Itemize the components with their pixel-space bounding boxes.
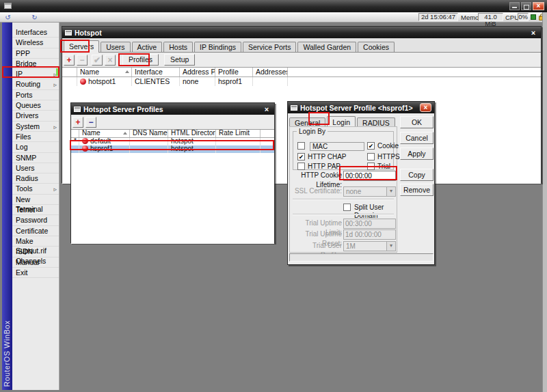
redo-icon[interactable]: ↻ [29,13,40,21]
chevron-down-icon: ▾ [386,242,395,251]
submenu-arrow-icon: ▹ [53,122,57,132]
setup-button[interactable]: Setup [164,54,195,66]
sort-asc-icon [123,132,127,135]
tab-servers[interactable]: Servers [64,40,99,53]
sidebar-item-certificate[interactable]: Certificate [12,226,59,236]
close-icon[interactable]: × [262,105,271,113]
checkbox-split-user-domain[interactable] [343,204,351,211]
app-icon [4,3,12,9]
sidebar-item-ip[interactable]: IP▹ [12,69,59,79]
sidebar-item-log[interactable]: Log [12,142,59,152]
sidebar-item-ppp[interactable]: PPP [12,48,59,59]
brand-strip: RouterOS WinBox [2,23,12,390]
cpu-value: 0% [518,13,529,21]
separator [293,214,394,215]
profile-row-default[interactable]: * default hotspot [71,138,274,145]
ok-button[interactable]: OK [400,116,433,128]
column-rate-limit[interactable]: Rate Limit [216,130,261,137]
column-address-pool[interactable]: Address Pool [180,68,215,76]
tab-hosts[interactable]: Hosts [163,42,193,52]
checkbox-mac[interactable] [297,142,305,150]
sidebar-item-make-supout[interactable]: Make Supout.rif [12,236,59,247]
sidebar-item-system[interactable]: System▹ [12,122,59,132]
dialog-title: Hotspot Server Profile <hsprof1> [300,104,413,112]
close-button[interactable]: × [533,2,544,10]
enable-button[interactable]: ✔ [92,55,103,66]
sidebar-item-wireless[interactable]: Wireless [12,38,59,48]
column-flags[interactable] [62,68,77,76]
group-legend: Login By [297,128,328,135]
sidebar-item-bridge[interactable]: Bridge [12,59,59,69]
submenu-arrow-icon: ▹ [53,80,57,89]
copy-button[interactable]: Copy [400,169,433,181]
login-tab-panel: Login By MAC ✔ Cookie ✔ HTTP CHAP HTTPS … [289,126,397,253]
remove-button[interactable]: Remove [400,184,433,196]
sidebar-item-new-terminal[interactable]: New Terminal [12,195,59,205]
column-html-directory[interactable]: HTML Directory [168,130,216,137]
close-icon[interactable]: × [420,103,431,112]
sidebar-item-telnet[interactable]: Telnet [12,205,59,215]
profile-row-hsprof1[interactable]: hsprof1 hotspot [71,145,274,153]
remove-button[interactable]: − [85,117,96,128]
remove-button[interactable]: − [77,55,88,66]
http-chap-label: HTTP CHAP [308,153,347,161]
column-name[interactable]: Name [77,68,132,76]
undo-icon[interactable]: ↺ [3,13,13,21]
ssl-certificate-select[interactable]: none▾ [343,186,396,197]
sidebar-item-interfaces[interactable]: Interfaces [12,27,59,38]
uptime-value: 2d 15:06:47 [418,13,458,21]
sidebar-item-routing[interactable]: Routing▹ [12,79,59,89]
restore-button[interactable] [521,2,531,10]
sidebar-item-radius[interactable]: Radius [12,173,59,184]
http-cookie-lifetime-input[interactable] [343,171,396,181]
sidebar-item-drivers[interactable]: Drivers [12,111,59,121]
column-name[interactable]: Name [79,130,130,137]
disable-button[interactable]: × [105,55,116,66]
sidebar-item-files[interactable]: Files [12,132,59,142]
column-interface[interactable]: Interface [132,68,180,76]
tab-cookies[interactable]: Cookies [358,42,395,52]
sidebar-item-exit[interactable]: Exit [12,268,59,278]
add-button[interactable]: + [72,117,83,128]
apply-button[interactable]: Apply [400,148,433,160]
cancel-button[interactable]: Cancel [400,132,433,144]
checkbox-https[interactable] [367,153,375,160]
sidebar-item-password[interactable]: Password [12,215,59,225]
top-toolbar: ↺ ↻ 2d 15:06:47 Memory: 41.0 MiB CPU: 0% [0,12,547,23]
profiles-window-titlebar[interactable]: Hotspot Server Profiles × [71,103,274,115]
hotspot-profile-icon [82,138,88,144]
sidebar-item-users[interactable]: Users [12,163,59,173]
sidebar-item-tools[interactable]: Tools▹ [12,184,59,194]
dialog-titlebar[interactable]: Hotspot Server Profile <hsprof1> × [288,102,434,113]
checkbox-trial[interactable] [367,163,375,170]
sidebar-item-manual[interactable]: Manual [12,257,59,268]
sidebar-item-isdn-channels[interactable]: ISDN Channels [12,247,59,257]
sidebar-item-ports[interactable]: Ports [12,90,59,100]
profiles-button[interactable]: Profiles [122,54,159,66]
tab-walled-garden[interactable]: Walled Garden [297,42,356,52]
submenu-arrow-icon: ▹ [53,184,57,194]
close-icon[interactable]: × [529,29,538,37]
tab-users[interactable]: Users [101,42,130,52]
app-titlebar[interactable]: × [0,0,547,12]
sidebar-item-snmp[interactable]: SNMP [12,153,59,163]
window-title: Hotspot Server Profiles [83,105,163,113]
tab-active[interactable]: Active [132,42,163,52]
minimize-button[interactable] [509,2,520,10]
column-flags[interactable] [71,130,79,137]
add-button[interactable]: + [64,55,75,66]
tab-service-ports[interactable]: Service Ports [243,42,296,52]
checkbox-cookie[interactable]: ✔ [367,142,375,150]
checkbox-http-pap[interactable] [297,163,305,170]
chevron-down-icon: ▾ [386,187,395,196]
winbox-app: × ↺ ↻ 2d 15:06:47 Memory: 41.0 MiB CPU: … [0,0,547,392]
column-addresses[interactable]: Addresses ... [253,68,288,76]
server-row-hotspot1[interactable]: hotspot1 CLIENTES none hsprof1 [62,77,541,86]
tab-ip-bindings[interactable]: IP Bindings [194,42,241,52]
checkbox-http-chap[interactable]: ✔ [297,153,305,160]
status-indicator-icon [531,14,536,20]
hotspot-window-titlebar[interactable]: Hotspot × [62,27,541,38]
column-profile[interactable]: Profile [215,68,253,76]
column-dns-name[interactable]: DNS Name [130,130,168,137]
sidebar-item-queues[interactable]: Queues [12,100,59,111]
